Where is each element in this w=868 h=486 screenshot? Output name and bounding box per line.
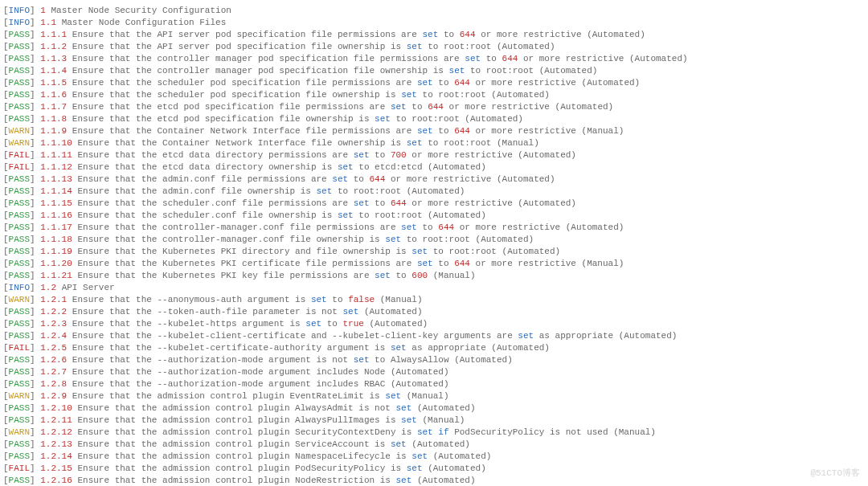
- text-token: Ensure that the scheduler.conf file owne…: [77, 210, 337, 220]
- bracket-close: ]: [30, 30, 40, 39]
- log-level: PASS: [9, 451, 30, 461]
- rule-id: 1.2.8: [40, 379, 67, 389]
- log-level: PASS: [9, 247, 30, 256]
- bracket-close: ]: [30, 198, 40, 208]
- text-token: Ensure that the admission control plugin…: [77, 415, 401, 425]
- bracket-close: ]: [30, 90, 40, 100]
- text-token: to AlwaysAllow (Automated): [370, 355, 513, 365]
- log-level: WARN: [9, 138, 30, 148]
- literal-token: 644: [370, 174, 386, 184]
- log-row: [WARN] 1.1.9 Ensure that the Container N…: [3, 125, 865, 137]
- keyword-token: set: [411, 451, 428, 461]
- text-token: Ensure that the admin.conf file permissi…: [77, 174, 332, 184]
- bracket-close: ]: [30, 331, 40, 341]
- keyword-token: set: [391, 343, 407, 353]
- log-level: INFO: [9, 18, 30, 27]
- keyword-token: set: [317, 186, 333, 196]
- bracket-close: ]: [30, 295, 40, 304]
- text-token: as appropriate (Automated): [407, 343, 550, 353]
- bracket-open: [: [3, 379, 9, 389]
- bracket-close: ]: [30, 415, 40, 425]
- bracket-close: ]: [30, 174, 40, 184]
- text-token: (Automated): [411, 403, 475, 413]
- text-token: (Manual): [417, 415, 465, 425]
- log-row: [PASS] 1.1.15 Ensure that the scheduler.…: [3, 198, 865, 210]
- bracket-close: ]: [30, 102, 40, 112]
- text-token: Ensure that the admission control plugin…: [77, 439, 390, 449]
- log-row: [PASS] 1.2.13 Ensure that the admission …: [3, 439, 865, 451]
- log-level: PASS: [9, 415, 30, 425]
- text-token: Ensure that the admission control plugin…: [77, 464, 406, 473]
- text-token: (Automated): [407, 439, 470, 449]
- keyword-token: set: [354, 150, 370, 160]
- text-token: Ensure that the etcd data directory owne…: [77, 162, 337, 172]
- rule-id: 1.1.3: [40, 54, 67, 63]
- text-token: or more restrictive (Manual): [470, 259, 624, 268]
- bracket-open: [: [3, 391, 9, 401]
- bracket-open: [: [3, 355, 9, 365]
- log-row: [WARN] 1.2.12 Ensure that the admission …: [3, 427, 865, 439]
- text-token: to root:root (Automated): [465, 66, 597, 76]
- rule-id: 1.2.15: [40, 464, 72, 473]
- text-token: Ensure that the etcd data directory perm…: [77, 150, 353, 160]
- text-token: or more restrictive (Automated): [470, 78, 640, 88]
- keyword-token: set: [311, 295, 327, 304]
- log-row: [PASS] 1.2.14 Ensure that the admission …: [3, 451, 865, 463]
- log-row: [PASS] 1.1.16 Ensure that the scheduler.…: [3, 210, 865, 222]
- text-token: Ensure that the --kubelet-certificate-au…: [72, 343, 391, 353]
- log-level: WARN: [9, 427, 30, 437]
- text-token: to etcd:etcd (Automated): [354, 162, 486, 172]
- text-token: Ensure that the admission control plugin…: [77, 476, 395, 485]
- bracket-open: [: [3, 283, 9, 292]
- text-token: Ensure that the Container Network Interf…: [72, 126, 417, 136]
- bracket-close: ]: [30, 235, 40, 244]
- log-row: [WARN] 1.2.1 Ensure that the --anonymous…: [3, 294, 865, 306]
- keyword-token: set: [518, 331, 534, 341]
- bracket-close: ]: [30, 355, 40, 365]
- bracket-open: [: [3, 78, 9, 88]
- keyword-token: set: [401, 223, 417, 232]
- bracket-close: ]: [30, 476, 40, 485]
- text-token: to root:root (Automated): [428, 247, 560, 256]
- text-token: (Automated): [364, 319, 428, 329]
- literal-token: 644: [438, 223, 454, 232]
- rule-id: 1.1.6: [40, 90, 67, 100]
- text-token: or more restrictive (Automated): [518, 54, 687, 63]
- bracket-close: ]: [30, 42, 40, 51]
- rule-id: 1: [40, 6, 46, 15]
- log-level: PASS: [9, 439, 30, 449]
- log-row: [PASS] 1.1.3 Ensure that the controller …: [3, 53, 865, 65]
- literal-token: 644: [502, 54, 518, 63]
- log-row: [FAIL] 1.1.11 Ensure that the etcd data …: [3, 149, 865, 161]
- text-token: Ensure that the admission control plugin…: [77, 451, 411, 461]
- bracket-close: ]: [30, 66, 40, 76]
- log-row: [PASS] 1.1.20 Ensure that the Kubernetes…: [3, 258, 865, 270]
- keyword-token: set: [385, 391, 401, 401]
- text-token: to root:root (Automated): [354, 210, 486, 220]
- bracket-close: ]: [30, 247, 40, 256]
- bracket-open: [: [3, 198, 9, 208]
- log-level: PASS: [9, 78, 30, 88]
- bracket-close: ]: [30, 186, 40, 196]
- bracket-close: ]: [30, 451, 40, 461]
- keyword-token: set: [417, 126, 433, 136]
- keyword-token: set: [338, 162, 354, 172]
- log-level: WARN: [9, 126, 30, 136]
- literal-token: 644: [391, 198, 407, 208]
- bracket-open: [: [3, 271, 9, 280]
- rule-id: 1.1.11: [40, 150, 72, 160]
- bracket-open: [: [3, 427, 9, 437]
- literal-token: 644: [454, 78, 470, 88]
- bracket-open: [: [3, 307, 9, 317]
- bracket-close: ]: [30, 403, 40, 413]
- log-row: [PASS] 1.1.19 Ensure that the Kubernetes…: [3, 246, 865, 258]
- log-level: PASS: [9, 90, 30, 100]
- log-row: [PASS] 1.1.8 Ensure that the etcd pod sp…: [3, 113, 865, 125]
- log-row: [PASS] 1.1.2 Ensure that the API server …: [3, 41, 865, 53]
- text-token: (Automated): [358, 307, 422, 317]
- text-token: Ensure that the etcd pod specification f…: [72, 114, 375, 124]
- bracket-open: [: [3, 126, 9, 136]
- bracket-close: ]: [30, 391, 40, 401]
- text-token: Ensure that the Kubernetes PKI certifica…: [77, 259, 416, 268]
- bracket-close: ]: [30, 78, 40, 88]
